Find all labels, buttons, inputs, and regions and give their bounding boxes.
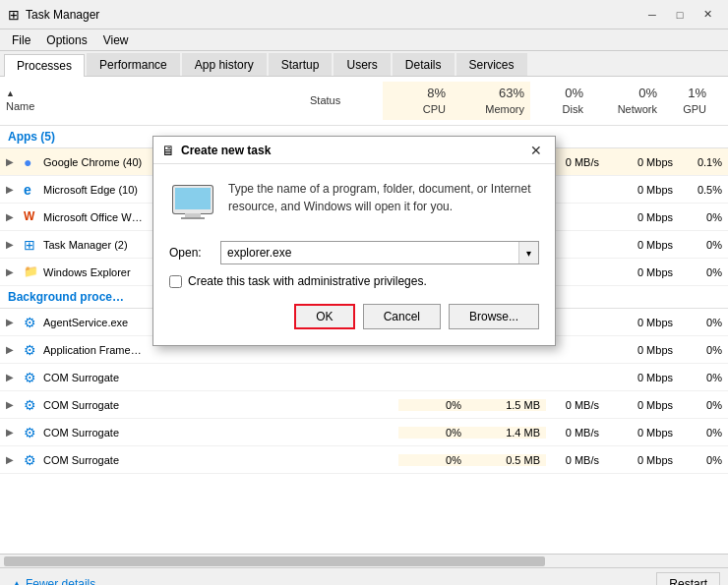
- open-input-container: ▾: [220, 241, 539, 264]
- admin-privileges-label: Create this task with administrative pri…: [188, 274, 427, 288]
- title-bar: ⊞ Task Manager ─ □ ✕: [0, 0, 728, 29]
- window-controls: ─ □ ✕: [639, 4, 720, 26]
- open-input[interactable]: [221, 243, 518, 263]
- svg-rect-4: [181, 217, 205, 219]
- svg-rect-2: [175, 188, 211, 209]
- menu-file[interactable]: File: [4, 31, 38, 49]
- modal-title-bar: 🖥 Create new task ✕: [153, 137, 555, 164]
- modal-close-button[interactable]: ✕: [525, 140, 547, 161]
- fewer-details-button[interactable]: ▲ Fewer details: [8, 575, 99, 586]
- modal-top-section: Type the name of a program, folder, docu…: [169, 180, 539, 227]
- minimize-button[interactable]: ─: [639, 4, 665, 26]
- modal-overlay: 🖥 Create new task ✕: [0, 77, 728, 554]
- tab-startup[interactable]: Startup: [269, 53, 333, 76]
- tab-users[interactable]: Users: [334, 53, 390, 76]
- modal-description: Type the name of a program, folder, docu…: [228, 180, 539, 215]
- close-button[interactable]: ✕: [695, 4, 720, 26]
- create-task-dialog: 🖥 Create new task ✕: [152, 136, 556, 346]
- ok-button[interactable]: OK: [294, 304, 354, 329]
- bottom-bar: ▲ Fewer details Restart: [0, 567, 728, 585]
- modal-buttons: OK Cancel Browse...: [169, 304, 539, 329]
- tab-performance[interactable]: Performance: [87, 53, 180, 76]
- tab-processes[interactable]: Processes: [4, 54, 85, 77]
- tab-details[interactable]: Details: [393, 53, 455, 76]
- browse-button[interactable]: Browse...: [449, 304, 539, 329]
- menu-view[interactable]: View: [95, 31, 137, 49]
- modal-title-icon: 🖥: [161, 143, 175, 158]
- app-icon: ⊞: [8, 7, 20, 23]
- tab-bar: Processes Performance App history Startu…: [0, 51, 728, 77]
- chevron-up-icon: ▲: [12, 578, 22, 585]
- computer-svg: [169, 180, 216, 227]
- admin-privileges-checkbox[interactable]: [169, 275, 182, 288]
- restart-button[interactable]: Restart: [656, 572, 720, 586]
- cancel-button[interactable]: Cancel: [363, 304, 441, 329]
- admin-privileges-row: Create this task with administrative pri…: [169, 274, 539, 288]
- menu-bar: File Options View: [0, 29, 728, 51]
- tab-app-history[interactable]: App history: [182, 53, 267, 76]
- maximize-button[interactable]: □: [667, 4, 693, 26]
- computer-icon: [169, 180, 216, 227]
- modal-title: Create new task: [181, 144, 525, 157]
- horizontal-scrollbar[interactable]: [0, 554, 728, 567]
- open-label: Open:: [169, 246, 211, 260]
- window-title: Task Manager: [26, 8, 639, 22]
- svg-rect-3: [185, 213, 201, 217]
- modal-body: Type the name of a program, folder, docu…: [153, 164, 555, 345]
- open-field: Open: ▾: [169, 241, 539, 264]
- main-content: ▲ Name Status 8% CPU 63% Memory 0% Disk …: [0, 77, 728, 554]
- fewer-details-label: Fewer details: [26, 577, 95, 586]
- tab-services[interactable]: Services: [456, 53, 527, 76]
- open-dropdown-button[interactable]: ▾: [518, 242, 538, 263]
- menu-options[interactable]: Options: [38, 31, 94, 49]
- h-scroll-thumb[interactable]: [4, 556, 545, 566]
